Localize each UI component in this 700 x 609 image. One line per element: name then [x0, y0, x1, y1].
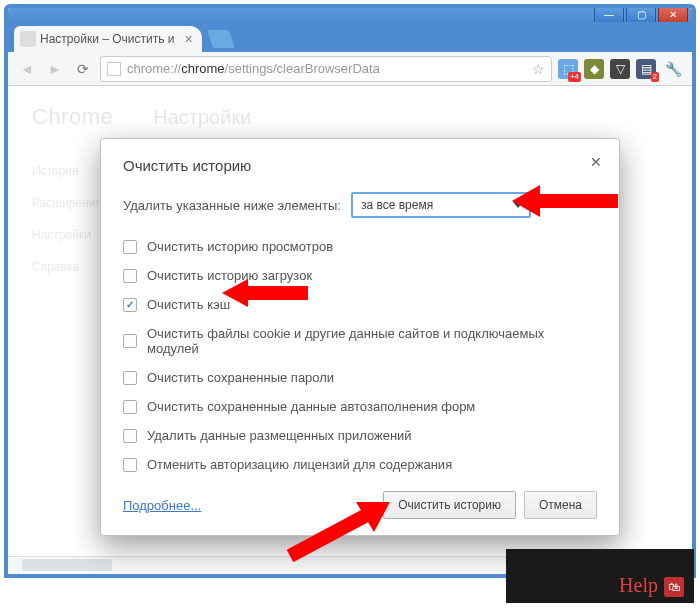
checkbox-label: Отменить авторизацию лицензий для содерж…: [147, 457, 452, 472]
dialog-close-icon[interactable]: ✕: [587, 153, 605, 171]
checkbox[interactable]: [123, 240, 137, 254]
checkbox-label: Очистить кэш: [147, 297, 230, 312]
extension-icon-3[interactable]: ▽: [610, 59, 630, 79]
checkbox-row[interactable]: Удалить данные размещенных приложений: [123, 421, 597, 450]
checkbox-row[interactable]: Очистить сохраненные пароли: [123, 363, 597, 392]
checkbox[interactable]: [123, 429, 137, 443]
checkbox-row[interactable]: Очистить кэш: [123, 290, 597, 319]
url-host: chrome: [181, 61, 224, 76]
extension-icon-2[interactable]: ◆: [584, 59, 604, 79]
checkbox-label: Очистить файлы cookie и другие данные са…: [147, 326, 597, 356]
url-path: /settings/clearBrowserData: [225, 61, 380, 76]
time-range-select[interactable]: за все время: [351, 192, 531, 218]
checkbox-list: Очистить историю просмотровОчистить исто…: [123, 232, 597, 479]
checkbox-label: Очистить сохраненные данные автозаполнен…: [147, 399, 475, 414]
tab-title: Настройки – Очистить и: [40, 32, 174, 46]
dialog-prompt: Удалить указанные ниже элементы:: [123, 198, 341, 213]
checkbox-row[interactable]: Очистить историю загрузок: [123, 261, 597, 290]
checkbox-row[interactable]: Очистить историю просмотров: [123, 232, 597, 261]
tab-strip: Настройки – Очистить и ✕: [8, 22, 692, 52]
learn-more-link[interactable]: Подробнее...: [123, 498, 201, 513]
checkbox-row[interactable]: Очистить сохраненные данные автозаполнен…: [123, 392, 597, 421]
dialog-title: Очистить историю: [123, 157, 597, 174]
tab-close-icon[interactable]: ✕: [182, 33, 194, 45]
checkbox-row[interactable]: Очистить файлы cookie и другие данные са…: [123, 319, 597, 363]
checkbox-label: Очистить сохраненные пароли: [147, 370, 334, 385]
chevron-down-icon: [513, 202, 523, 208]
back-button[interactable]: ◄: [16, 58, 38, 80]
checkbox[interactable]: [123, 269, 137, 283]
url-protocol: chrome://: [127, 61, 181, 76]
clear-history-dialog: ✕ Очистить историю Удалить указанные ниж…: [100, 138, 620, 536]
checkbox[interactable]: [123, 371, 137, 385]
window-titlebar: — ▢ ✕: [8, 8, 692, 22]
active-tab[interactable]: Настройки – Очистить и ✕: [14, 26, 202, 52]
checkbox[interactable]: [123, 458, 137, 472]
help-icon: 🛍: [664, 577, 684, 597]
checkbox-row[interactable]: Отменить авторизацию лицензий для содерж…: [123, 450, 597, 479]
browser-window: — ▢ ✕ Настройки – Очистить и ✕ ◄ ► ⟳ chr…: [4, 4, 696, 578]
time-range-selected: за все время: [361, 198, 433, 212]
extension-icon-4[interactable]: ▤2: [636, 59, 656, 79]
checkbox-label: Удалить данные размещенных приложений: [147, 428, 412, 443]
checkbox[interactable]: [123, 334, 137, 348]
bookmark-star-icon[interactable]: ☆: [532, 61, 545, 77]
checkbox-label: Очистить историю загрузок: [147, 268, 312, 283]
checkbox[interactable]: [123, 400, 137, 414]
extension-icon-1[interactable]: ⬚+4: [558, 59, 578, 79]
help-text: Help: [619, 574, 658, 597]
checkbox-label: Очистить историю просмотров: [147, 239, 333, 254]
address-bar[interactable]: chrome:// chrome /settings/clearBrowserD…: [100, 56, 552, 82]
page-icon: [107, 62, 121, 76]
clear-history-button[interactable]: Очистить историю: [383, 491, 516, 519]
cancel-button[interactable]: Отмена: [524, 491, 597, 519]
toolbar: ◄ ► ⟳ chrome:// chrome /settings/clearBr…: [8, 52, 692, 86]
forward-button[interactable]: ►: [44, 58, 66, 80]
help-watermark: Help 🛍: [506, 549, 694, 603]
wrench-menu-icon[interactable]: 🔧: [662, 58, 684, 80]
checkbox[interactable]: [123, 298, 137, 312]
reload-button[interactable]: ⟳: [72, 58, 94, 80]
new-tab-button[interactable]: [207, 30, 235, 48]
